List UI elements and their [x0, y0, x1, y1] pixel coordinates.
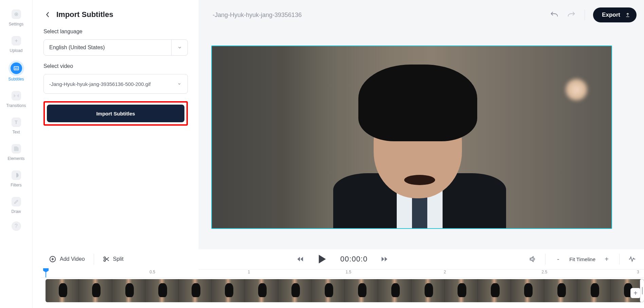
svg-rect-3 [14, 67, 19, 70]
fit-timeline-button[interactable]: Fit Timeline [569, 256, 595, 262]
export-button[interactable]: Export [593, 7, 637, 22]
panel-title: Import Subtitles [56, 10, 113, 19]
rail-label: Transitions [6, 103, 26, 108]
split-button[interactable]: Split [103, 256, 124, 262]
chevron-down-icon [171, 74, 187, 93]
timeline: 0.5 1 1.5 2 2.5 3 + [41, 270, 644, 308]
contrast-icon [12, 170, 21, 180]
plus-icon [12, 36, 21, 46]
timeline-toolbar: Add Video Split 00:00:0 - Fit Timeline + [41, 249, 644, 269]
svg-point-1 [16, 14, 17, 15]
scissors-icon [103, 256, 110, 262]
project-title-input[interactable] [213, 12, 321, 19]
separator [585, 10, 585, 20]
highlight-annotation: Import Subtitles [43, 101, 188, 126]
zoom-in-button[interactable]: + [603, 255, 610, 263]
help-icon: ? [12, 221, 21, 231]
import-subtitles-button[interactable]: Import Subtitles [47, 105, 184, 122]
ruler-tick: 3 [637, 270, 639, 274]
volume-button[interactable] [529, 255, 536, 263]
subtitles-icon [11, 62, 22, 74]
fast-forward-button[interactable] [381, 256, 388, 262]
video-clip[interactable] [46, 279, 644, 302]
zoom-out-button[interactable]: - [554, 255, 562, 263]
video-value: -Jang-Hyuk-hyuk-jang-39356136-500-200.gi… [49, 81, 151, 87]
svg-point-10 [104, 260, 105, 261]
rail-label: Settings [9, 22, 23, 26]
plus-circle-icon [49, 255, 56, 263]
rewind-button[interactable] [297, 256, 304, 262]
ruler-tick: 1.5 [345, 270, 351, 274]
transitions-icon [12, 91, 21, 101]
play-button[interactable] [317, 254, 327, 264]
ruler-tick: 2.5 [542, 270, 548, 274]
left-rail: Settings Upload Subtitles Transitions T … [0, 0, 33, 308]
rail-item-filters[interactable]: Filters [0, 170, 32, 187]
undo-button[interactable] [549, 10, 559, 20]
language-value: English (United States) [49, 44, 105, 51]
video-preview[interactable] [211, 46, 612, 229]
rail-item-help[interactable]: ? [0, 221, 32, 231]
export-label: Export [602, 12, 620, 18]
text-icon: T [12, 117, 21, 127]
svg-point-9 [104, 257, 105, 258]
add-video-label: Add Video [60, 256, 85, 262]
separator [619, 254, 620, 265]
rail-label: Text [12, 130, 20, 134]
add-video-button[interactable]: Add Video [49, 255, 85, 263]
rail-item-transitions[interactable]: Transitions [0, 91, 32, 108]
chevron-down-icon [171, 40, 187, 55]
rail-item-text[interactable]: T Text [0, 117, 32, 134]
language-select[interactable]: English (United States) [43, 39, 188, 56]
video-label: Select video [43, 63, 188, 69]
gear-icon [12, 10, 21, 19]
rail-item-draw[interactable]: Draw [0, 197, 32, 214]
preview-frame [212, 46, 611, 228]
waveform-button[interactable] [628, 256, 636, 262]
timecode: 00:00:0 [340, 255, 368, 264]
video-select[interactable]: -Jang-Hyuk-hyuk-jang-39356136-500-200.gi… [43, 74, 188, 94]
rail-item-subtitles[interactable]: Subtitles [0, 62, 32, 81]
sticker-icon [12, 144, 21, 153]
playhead[interactable] [46, 270, 46, 277]
redo-button[interactable] [567, 10, 576, 20]
pencil-icon [12, 197, 21, 206]
ruler-tick: 2 [444, 270, 446, 274]
add-track-button[interactable]: + [630, 288, 641, 298]
upload-icon [625, 12, 630, 18]
separator [545, 254, 545, 265]
timeline-ruler[interactable]: 0.5 1 1.5 2 2.5 3 [41, 270, 644, 278]
rail-label: Upload [10, 48, 22, 53]
rail-item-upload[interactable]: Upload [0, 36, 32, 53]
rail-label: Draw [11, 209, 21, 214]
separator [94, 254, 94, 265]
rail-label: Subtitles [8, 77, 24, 81]
split-label: Split [113, 256, 124, 262]
top-bar: Export [199, 0, 644, 30]
rail-item-elements[interactable]: Elements [0, 144, 32, 161]
rail-label: Filters [11, 183, 22, 187]
ruler-tick: 0.5 [149, 270, 155, 274]
playback-controls: 00:00:0 [297, 254, 388, 264]
ruler-tick: 1 [248, 270, 250, 274]
rail-label: Elements [7, 156, 24, 161]
language-label: Select language [43, 29, 188, 35]
rail-item-settings[interactable]: Settings [0, 10, 32, 26]
video-track: + [41, 278, 644, 304]
back-button[interactable] [43, 11, 52, 19]
